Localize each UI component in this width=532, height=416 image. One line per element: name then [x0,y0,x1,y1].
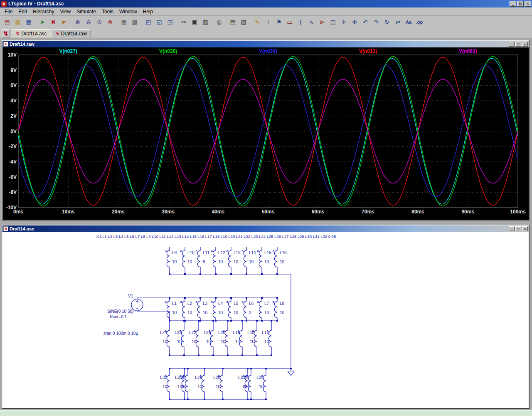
inductor-value-L7[interactable]: 10 [264,310,269,315]
inductor-name-L20[interactable]: L20 [218,330,225,335]
waveform-close-button[interactable]: × [522,42,528,47]
schematic-maximize-button[interactable]: □ [515,226,521,231]
inductor-name-L26[interactable]: L26 [241,375,249,380]
trace-label-V(n026)[interactable]: V(n026) [159,48,177,54]
inductor-name-L17[interactable]: L17 [262,330,269,335]
toolbar-button-zoom-full-extents[interactable]: ⊗ [105,17,116,27]
inductor-name-L2[interactable]: L2 [187,301,192,306]
spice-directive-coupling[interactable]: K1 L1 L2 L3 L4 L5 L6 L7 L8 L9 L10 L11 L1… [96,234,336,239]
toolbar-button-halt[interactable]: ✖ [48,17,59,27]
waveform-titlebar[interactable]: ∿ Draft14.raw _ □ × [2,41,529,47]
menu-file[interactable]: File [2,8,15,15]
inductor-value-L14[interactable]: 10 [249,260,254,264]
menu-window[interactable]: Window [116,8,140,15]
toolbar-button-mark-data-points[interactable]: ▩ [129,17,140,27]
inductor-name-L32[interactable]: L32 [160,375,167,380]
menu-tools[interactable]: Tools [99,8,116,15]
toolbar-button-tile-horizontal[interactable]: ◰ [143,17,154,27]
source-rser-V1[interactable]: Rser=0.1 [110,314,127,319]
inductor-name-L13[interactable]: L13 [234,250,241,255]
inductor-name-L21[interactable]: L21 [204,330,211,335]
trace-label-V(n003)[interactable]: V(n003) [459,48,477,54]
schematic-titlebar[interactable]: ↯ Draft14.asc _ □ × [2,225,529,232]
inductor-name-L4[interactable]: L4 [218,301,223,306]
toolbar-button-place-component[interactable]: ◫ [328,17,338,27]
inductor-name-L14[interactable]: L14 [249,250,256,255]
inductor-value-L9[interactable]: 10 [172,260,177,264]
schematic-canvas-area[interactable]: K1 L1 L2 L3 L4 L5 L6 L7 L8 L9 L10 L11 L1… [2,232,529,408]
inductor-value-L30[interactable]: 10 [181,384,186,389]
inductor-value-L16[interactable]: 10 [280,260,285,264]
spice-directive-tran[interactable]: .tran 0 100m 0 10µ [103,331,138,336]
menu-hierarchy[interactable]: Hierarchy [30,8,57,15]
menu-edit[interactable]: Edit [15,8,30,15]
inductor-value-L4[interactable]: 10 [218,310,223,315]
waveform-plot[interactable]: 10V8V6V4V2V0V-2V-4V-6V-8V-10V0ms10ms20ms… [2,47,529,220]
source-name-V1[interactable]: V1 [128,294,133,298]
inductor-name-L22[interactable]: L22 [189,330,196,335]
tab-draft14-asc[interactable]: ↯ Draft14.asc [12,29,51,38]
toolbar-button-paste[interactable]: ▥ [200,17,211,27]
inductor-name-L7[interactable]: L7 [264,301,269,306]
inductor-value-L18[interactable]: 10 [250,339,255,344]
trace-label-V(n027)[interactable]: V(n027) [59,48,77,54]
tab-draft14-raw[interactable]: ∿ Draft14.raw [52,29,91,38]
toolbar-button-place-resistor[interactable]: ▭ [284,17,295,27]
inductor-value-L17[interactable]: 10 [264,339,269,344]
menu-view[interactable]: View [57,8,74,15]
toolbar-button-find[interactable]: ◎ [214,17,224,27]
schematic-canvas[interactable]: K1 L1 L2 L3 L4 L5 L6 L7 L8 L9 L10 L11 L1… [2,232,529,408]
toolbar-button-run[interactable]: ➤ [37,17,48,27]
inductor-value-L19[interactable]: 10 [235,339,240,344]
minimize-button[interactable]: _ [510,1,516,7]
inductor-value-L13[interactable]: 10 [234,260,239,264]
close-button[interactable]: × [525,1,531,7]
toolbar-button-drag[interactable]: ✜ [349,17,360,27]
toolbar-button-rotate[interactable]: ↻ [382,17,392,27]
inductor-name-L23[interactable]: L23 [175,330,182,335]
menu-help[interactable]: Help [140,8,156,15]
inductor-name-L11[interactable]: L11 [203,250,209,255]
inductor-value-L21[interactable]: 10 [206,339,211,344]
inductor-name-L6[interactable]: L6 [249,301,254,306]
inductor-name-L3[interactable]: L3 [203,301,208,306]
menu-simulate[interactable]: Simulate [74,8,99,15]
inductor-value-L2[interactable]: 10 [187,310,192,315]
toolbar-button-move[interactable]: ✛ [338,17,349,27]
inductor-value-L29[interactable]: 10 [197,384,202,389]
inductor-name-L25[interactable]: L25 [256,375,264,380]
toolbar-button-mirror[interactable]: ⇌ [392,17,403,27]
toolbar-button-undo[interactable]: ↶ [360,17,371,27]
toolbar-button-grid-toggle[interactable]: ▦ [118,17,129,27]
toolbar-button-tile-vertical[interactable]: ◱ [154,17,165,27]
inductor-value-L32[interactable]: 10 [163,384,167,389]
schematic-close-button[interactable]: × [522,226,528,231]
inductor-value-L24[interactable]: 10 [163,339,167,344]
toolbar-button-print[interactable]: ▤ [227,17,238,27]
inductor-name-L18[interactable]: L18 [247,330,254,335]
trace-label-V(n030)[interactable]: V(n030) [259,48,277,54]
inductor-name-L12[interactable]: L12 [218,250,225,255]
toolbar-button-zoom-in[interactable]: ⊕ [72,17,83,27]
schematic-minimize-button[interactable]: _ [509,226,515,231]
inductor-name-L19[interactable]: L19 [233,330,240,335]
waveform-maximize-button[interactable]: □ [515,42,521,47]
toolbar-button-zoom-area[interactable]: ⊙ [94,17,105,27]
tab-grip-icon[interactable]: ↯ [2,29,10,37]
toolbar-button-pan[interactable]: ☛ [59,17,69,27]
toolbar-button-save[interactable]: ▦ [23,17,34,27]
toolbar-button-new-schematic[interactable]: ▤ [2,17,12,27]
inductor-name-L30[interactable]: L30 [178,375,185,380]
inductor-value-L11[interactable]: 5 [203,260,205,264]
toolbar-button-place-ground[interactable]: ⊥ [263,17,273,27]
inductor-value-L22[interactable]: 10 [192,339,197,344]
toolbar-button-redo[interactable]: ↷ [371,17,382,27]
inductor-value-L5[interactable]: 10 [234,310,239,315]
inductor-name-L24[interactable]: L24 [160,330,167,335]
toolbar-button-cascade-windows[interactable]: ◳ [165,17,175,27]
restore-button[interactable]: ⧉ [517,1,524,7]
inductor-value-L12[interactable]: 10 [218,260,223,264]
inductor-name-L10[interactable]: L10 [187,250,195,255]
toolbar-button-place-inductor[interactable]: ∿ [306,17,317,27]
inductor-value-L15[interactable]: 10 [264,260,269,264]
